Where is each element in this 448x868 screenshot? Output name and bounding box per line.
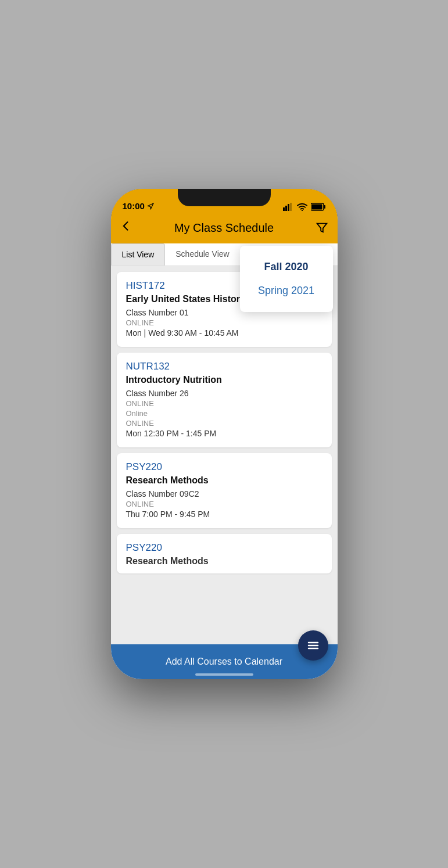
svg-point-5 <box>301 210 302 211</box>
tab-list-view[interactable]: List View <box>111 243 166 266</box>
course-name-nutr132: Introductory Nutrition <box>126 375 322 385</box>
course-name-psy220-2: Research Methods <box>126 556 322 566</box>
back-icon <box>120 220 132 232</box>
course-schedule-nutr132: Mon 12:30 PM - 1:45 PM <box>126 429 322 438</box>
dropdown-item-fall2020[interactable]: Fall 2020 <box>252 255 321 279</box>
content-area: List View Schedule View Fall 2020 Spring… <box>111 243 338 679</box>
svg-rect-2 <box>285 206 287 211</box>
svg-rect-4 <box>290 203 292 211</box>
course-card-psy220-2[interactable]: PSY220 Research Methods <box>117 534 332 573</box>
svg-rect-3 <box>288 204 289 211</box>
fab-menu-button[interactable] <box>298 630 328 661</box>
course-class-number-psy220-1: Class Number 09C2 <box>126 489 322 498</box>
phone-frame: 10:00 <box>111 189 338 679</box>
menu-icon <box>306 639 320 652</box>
header: My Class Schedule <box>111 214 338 243</box>
notch <box>178 189 271 206</box>
course-card-psy220-1[interactable]: PSY220 Research Methods Class Number 09C… <box>117 453 332 528</box>
signal-icon <box>283 203 293 211</box>
course-card-nutr132[interactable]: NUTR132 Introductory Nutrition Class Num… <box>117 353 332 447</box>
page-title: My Class Schedule <box>139 221 310 235</box>
add-courses-label: Add All Courses to Calendar <box>166 657 282 667</box>
course-schedule-psy220-1: Thu 7:00 PM - 9:45 PM <box>126 510 322 519</box>
course-location-hist172: ONLINE <box>126 318 322 327</box>
course-code-psy220-2: PSY220 <box>126 542 322 554</box>
course-list: HIST172 Early United States History Clas… <box>111 266 338 679</box>
filter-icon <box>316 221 328 234</box>
course-schedule-hist172: Mon | Wed 9:30 AM - 10:45 AM <box>126 328 322 338</box>
course-code-psy220-1: PSY220 <box>126 461 322 473</box>
bottom-bar[interactable]: Add All Courses to Calendar <box>111 644 338 679</box>
svg-marker-0 <box>148 203 153 209</box>
svg-marker-9 <box>317 224 327 232</box>
course-location-psy220-1: ONLINE <box>126 500 322 508</box>
svg-rect-8 <box>311 205 322 210</box>
course-location-label-nutr132: Online <box>126 409 322 418</box>
course-code-nutr132: NUTR132 <box>126 361 322 372</box>
time-display: 10:00 <box>123 201 145 211</box>
dropdown-item-spring2021[interactable]: Spring 2021 <box>252 279 321 303</box>
tab-schedule-view[interactable]: Schedule View <box>165 243 239 266</box>
semester-dropdown: Fall 2020 Spring 2021 <box>240 246 333 312</box>
course-location1-nutr132: ONLINE <box>126 399 322 408</box>
status-icons <box>283 203 326 211</box>
svg-rect-1 <box>283 207 285 211</box>
back-button[interactable] <box>120 220 139 235</box>
filter-button[interactable] <box>310 221 328 234</box>
status-time: 10:00 <box>123 201 154 211</box>
location-icon <box>147 203 154 210</box>
svg-rect-7 <box>324 205 325 209</box>
home-indicator <box>195 673 253 676</box>
course-name-psy220-1: Research Methods <box>126 475 322 486</box>
battery-icon <box>311 203 326 211</box>
course-location2-nutr132: ONLINE <box>126 419 322 428</box>
phone-screen: 10:00 <box>111 189 338 679</box>
wifi-icon <box>297 203 307 211</box>
course-class-number-nutr132: Class Number 26 <box>126 389 322 398</box>
